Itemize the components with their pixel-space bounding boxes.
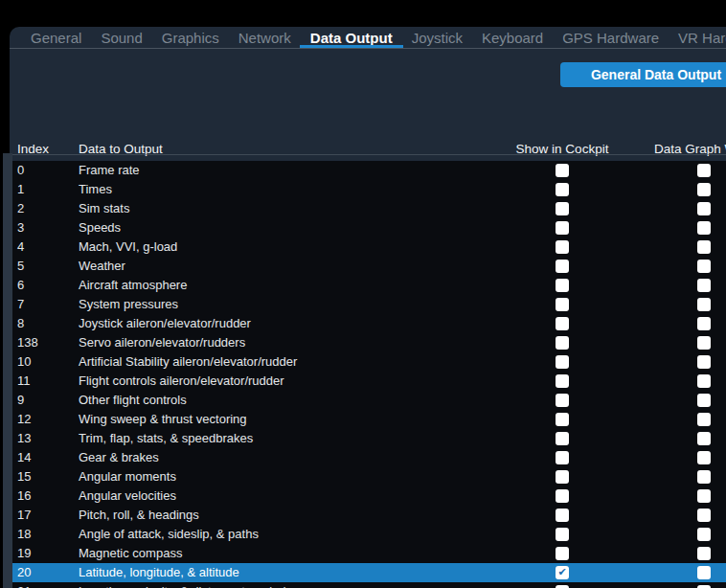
data-graph-window-checkbox[interactable]: ✔: [697, 164, 711, 177]
table-row[interactable]: 17Pitch, roll, & headings✔✔: [12, 506, 726, 525]
show-in-cockpit-checkbox[interactable]: ✔: [556, 489, 569, 503]
tab-general[interactable]: General: [31, 27, 81, 50]
row-index: 138: [17, 333, 38, 352]
row-label: Gear & brakes: [79, 448, 159, 467]
data-graph-window-checkbox[interactable]: ✔: [697, 547, 711, 560]
data-graph-window-checkbox[interactable]: ✔: [697, 566, 711, 579]
row-index: 4: [17, 237, 24, 257]
row-label: Joystick aileron/elevator/rudder: [79, 314, 251, 333]
row-label: Times: [79, 180, 112, 199]
data-graph-window-checkbox[interactable]: ✔: [697, 279, 711, 292]
table-row[interactable]: 16Angular velocities✔✔: [12, 486, 726, 506]
table-row[interactable]: 2Sim stats✔✔: [12, 199, 726, 218]
table-row[interactable]: 10Artificial Stability aileron/elevator/…: [12, 352, 726, 372]
tab-keyboard[interactable]: Keyboard: [482, 27, 543, 50]
table-row[interactable]: 3Speeds✔✔: [12, 218, 726, 237]
data-graph-window-checkbox[interactable]: ✔: [697, 240, 711, 254]
table-row[interactable]: 11Flight controls aileron/elevator/rudde…: [12, 372, 726, 391]
show-in-cockpit-checkbox[interactable]: ✔: [556, 202, 569, 215]
data-graph-window-checkbox[interactable]: ✔: [697, 432, 711, 445]
show-in-cockpit-checkbox[interactable]: ✔: [556, 547, 569, 560]
data-graph-window-checkbox[interactable]: ✔: [697, 336, 711, 350]
row-label: Angular velocities: [79, 486, 176, 506]
data-graph-window-checkbox[interactable]: ✔: [697, 355, 711, 369]
table-row[interactable]: 8Joystick aileron/elevator/rudder✔✔: [12, 314, 726, 333]
data-graph-window-checkbox[interactable]: ✔: [697, 374, 711, 388]
general-data-output-button[interactable]: General Data Output: [560, 62, 726, 87]
data-graph-window-checkbox[interactable]: ✔: [697, 451, 711, 464]
tab-gps-hardware[interactable]: GPS Hardware: [562, 27, 659, 50]
table-row[interactable]: 138Servo aileron/elevator/rudders✔✔: [12, 333, 726, 352]
show-in-cockpit-checkbox[interactable]: ✔: [556, 260, 569, 273]
row-label: Latitude, longitude, & altitude: [79, 563, 239, 582]
scrollbar-track[interactable]: [3, 153, 12, 588]
show-in-cockpit-checkbox[interactable]: ✔: [556, 432, 569, 445]
table-row[interactable]: 9Other flight controls✔✔: [12, 391, 726, 410]
show-in-cockpit-checkbox[interactable]: ✔: [556, 317, 569, 330]
tab-data-output[interactable]: Data Output: [310, 27, 393, 50]
data-graph-window-checkbox[interactable]: ✔: [697, 394, 711, 407]
show-in-cockpit-checkbox[interactable]: ✔: [556, 528, 569, 541]
data-graph-window-checkbox[interactable]: ✔: [697, 528, 711, 541]
show-in-cockpit-checkbox[interactable]: ✔: [556, 336, 569, 350]
table-row[interactable]: 21Location, velocity, & distance travele…: [12, 582, 726, 588]
table-row[interactable]: 14Gear & brakes✔✔: [12, 448, 726, 467]
show-in-cockpit-checkbox[interactable]: ✔: [556, 374, 569, 388]
row-index: 11: [17, 372, 31, 391]
table-row[interactable]: 13Trim, flap, stats, & speedbrakes✔✔: [12, 429, 726, 448]
data-graph-window-checkbox[interactable]: ✔: [697, 221, 711, 235]
tab-label: Network: [238, 30, 291, 46]
show-in-cockpit-checkbox[interactable]: ✔: [556, 509, 569, 522]
data-graph-window-checkbox[interactable]: ✔: [697, 413, 711, 426]
show-in-cockpit-checkbox[interactable]: ✔: [556, 355, 569, 369]
table-row[interactable]: 0Frame rate✔✔: [12, 161, 726, 180]
tab-label: Data Output: [310, 30, 393, 46]
table-row[interactable]: 19Magnetic compass✔✔: [12, 544, 726, 563]
show-in-cockpit-checkbox[interactable]: ✔: [556, 240, 569, 254]
table-row[interactable]: 15Angular moments✔✔: [12, 467, 726, 486]
show-in-cockpit-checkbox[interactable]: ✔: [556, 298, 569, 311]
data-graph-window-checkbox[interactable]: ✔: [697, 489, 711, 503]
data-graph-window-checkbox[interactable]: ✔: [697, 317, 711, 330]
row-index: 1: [17, 180, 24, 199]
data-graph-window-checkbox[interactable]: ✔: [697, 509, 711, 522]
show-in-cockpit-checkbox[interactable]: ✔: [556, 164, 569, 177]
tab-joystick[interactable]: Joystick: [412, 27, 463, 50]
table-row[interactable]: 5Weather✔✔: [12, 257, 726, 276]
table-row[interactable]: 7System pressures✔✔: [12, 295, 726, 314]
data-graph-window-checkbox[interactable]: ✔: [697, 202, 711, 215]
tab-vr-hardware[interactable]: VR Hardware: [678, 27, 726, 50]
tab-graphics[interactable]: Graphics: [162, 27, 219, 50]
show-in-cockpit-checkbox[interactable]: ✔: [556, 221, 569, 235]
data-graph-window-checkbox[interactable]: ✔: [697, 470, 711, 484]
row-index: 3: [17, 218, 24, 237]
tab-sound[interactable]: Sound: [101, 27, 142, 50]
data-output-table: 0Frame rate✔✔1Times✔✔2Sim stats✔✔3Speeds…: [12, 161, 726, 588]
data-graph-window-checkbox[interactable]: ✔: [697, 260, 711, 273]
app-window: { "tabs": { "items": [ {"label": "Genera…: [0, 0, 726, 588]
show-in-cockpit-checkbox[interactable]: ✔: [556, 451, 569, 464]
show-in-cockpit-checkbox[interactable]: ✔: [556, 566, 569, 579]
tab-network[interactable]: Network: [238, 27, 291, 50]
show-in-cockpit-checkbox[interactable]: ✔: [556, 470, 569, 484]
table-row[interactable]: 18Angle of attack, sideslip, & paths✔✔: [12, 525, 726, 544]
row-label: Flight controls aileron/elevator/rudder: [79, 372, 284, 391]
row-label: Mach, VVI, g-load: [79, 237, 177, 257]
show-in-cockpit-checkbox[interactable]: ✔: [556, 183, 569, 196]
row-index: 18: [17, 525, 31, 544]
show-in-cockpit-checkbox[interactable]: ✔: [556, 279, 569, 292]
row-label: Aircraft atmosphere: [79, 276, 187, 295]
table-row[interactable]: 6Aircraft atmosphere✔✔: [12, 276, 726, 295]
table-row[interactable]: 12Wing sweep & thrust vectoring✔✔: [12, 410, 726, 429]
tab-label: Joystick: [412, 30, 463, 46]
data-graph-window-checkbox[interactable]: ✔: [697, 183, 711, 196]
checkmark-icon: ✔: [557, 566, 566, 579]
table-row[interactable]: 4Mach, VVI, g-load✔✔: [12, 237, 726, 257]
table-row[interactable]: 1Times✔✔: [12, 180, 726, 199]
table-row[interactable]: 20Latitude, longitude, & altitude✔✔: [12, 563, 726, 582]
show-in-cockpit-checkbox[interactable]: ✔: [556, 394, 569, 407]
row-label: Angle of attack, sideslip, & paths: [79, 525, 259, 544]
show-in-cockpit-checkbox[interactable]: ✔: [556, 413, 569, 426]
data-graph-window-checkbox[interactable]: ✔: [697, 298, 711, 311]
row-label: System pressures: [79, 295, 178, 314]
